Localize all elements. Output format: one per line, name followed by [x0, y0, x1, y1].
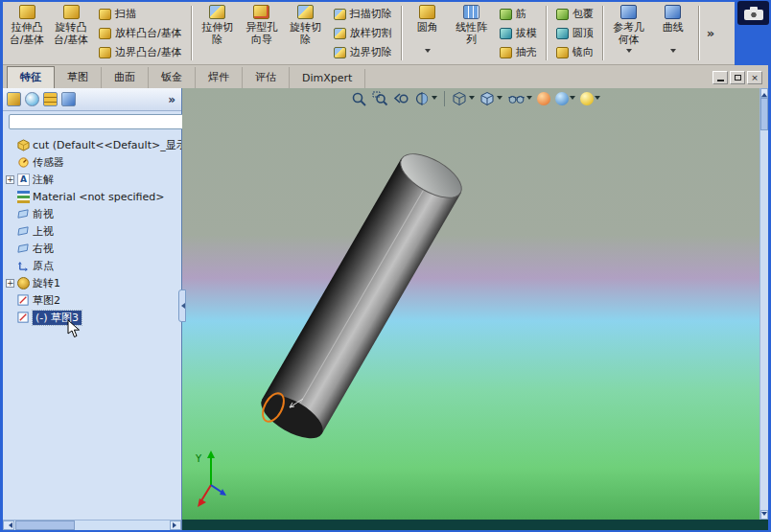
tab-surfaces[interactable]: 曲面: [102, 67, 149, 88]
dropdown-caret-icon[interactable]: [469, 96, 475, 103]
boundary-cut-button[interactable]: 边界切除: [330, 43, 396, 61]
tab-dimxpert[interactable]: DimXpert: [290, 69, 365, 88]
extrude-cut-button[interactable]: 拉伸切 除: [196, 3, 240, 63]
tree-filter-input[interactable]: [9, 114, 184, 129]
panel-horizontal-scrollbar[interactable]: [3, 520, 181, 530]
zoom-fit-icon[interactable]: [351, 91, 367, 106]
hide-show-items-icon[interactable]: [507, 91, 532, 106]
zoom-area-icon[interactable]: [372, 91, 388, 106]
panel-overflow-chevron[interactable]: »: [168, 93, 177, 106]
scroll-down-button[interactable]: [760, 510, 768, 520]
revolve-feature-icon: [17, 277, 30, 289]
sweep-cut-button[interactable]: 扫描切除: [330, 5, 396, 23]
shell-button[interactable]: 抽壳: [496, 43, 541, 61]
tab-sheet-metal[interactable]: 钣金: [149, 67, 196, 88]
loft-cut-button[interactable]: 放样切割: [330, 24, 396, 42]
graphics-area[interactable]: Y: [182, 88, 768, 520]
edit-appearance-icon[interactable]: [537, 92, 550, 105]
revolve-boss-button[interactable]: 旋转凸 台/基体: [49, 3, 93, 63]
expander-plus[interactable]: +: [6, 175, 14, 184]
revolve-cut-button[interactable]: 旋转切 除: [284, 3, 328, 63]
dropdown-caret-icon[interactable]: [570, 96, 575, 103]
apply-scene-icon[interactable]: [555, 92, 575, 105]
boss-stack: 扫描 放样凸台/基体 边界凸台/基体: [93, 3, 188, 63]
extrude-boss-button[interactable]: 拉伸凸 台/基体: [5, 3, 49, 63]
rib-stack: 筋 拔模 抽壳: [494, 3, 543, 63]
sweep-icon: [99, 9, 111, 20]
tab-features[interactable]: 特征: [7, 66, 55, 88]
button-label: 参考几: [613, 21, 644, 34]
reference-geometry-button[interactable]: 参考几 何体: [607, 3, 651, 63]
minimize-button[interactable]: [713, 71, 728, 84]
tree-item-part[interactable]: cut (Default<<Default>_显示: [3, 136, 181, 153]
rib-button[interactable]: 筋: [496, 5, 541, 23]
mirror-button[interactable]: 镜向: [552, 43, 597, 61]
dropdown-caret-icon[interactable]: [526, 96, 532, 103]
tree-filter-row: [3, 111, 181, 132]
tree-item-annotations[interactable]: + A 注解: [3, 171, 181, 188]
tree-item-sketch2[interactable]: 草图2: [3, 291, 181, 309]
dome-button[interactable]: 圆顶: [552, 24, 597, 42]
expander-plus[interactable]: +: [6, 279, 14, 288]
dimxpert-manager-tab-icon[interactable]: [61, 92, 76, 106]
restore-button[interactable]: [730, 71, 745, 84]
sweep-button[interactable]: 扫描: [95, 5, 186, 23]
linear-pattern-button[interactable]: 线性阵 列: [450, 3, 494, 63]
scrollbar-thumb[interactable]: [15, 520, 75, 530]
dropdown-caret-icon[interactable]: [626, 49, 632, 56]
tab-evaluate[interactable]: 评估: [243, 67, 290, 88]
triad-y-label: Y: [195, 453, 202, 464]
tree-item-origin[interactable]: 原点: [3, 257, 181, 274]
panel-collapse-tab[interactable]: [178, 289, 186, 322]
tree-item-sketch3-selected[interactable]: (-) 草图3: [3, 309, 181, 326]
button-label: 除: [212, 34, 222, 46]
dropdown-caret-icon[interactable]: [670, 49, 676, 56]
feature-manager-tab-icon[interactable]: [7, 92, 21, 106]
tab-weldments[interactable]: 焊件: [196, 67, 243, 88]
draft-button[interactable]: 拔模: [496, 24, 541, 42]
cylinder-model[interactable]: [262, 158, 460, 433]
dropdown-caret-icon[interactable]: [425, 49, 431, 56]
wrap-button[interactable]: 包覆: [552, 5, 597, 23]
button-label: 筋: [516, 7, 526, 21]
loft-button[interactable]: 放样凸台/基体: [95, 24, 186, 42]
mirror-icon: [556, 47, 569, 58]
screen-capture-button[interactable]: [737, 1, 769, 25]
dropdown-caret-icon[interactable]: [432, 96, 437, 103]
cylinder-top-face[interactable]: [393, 145, 469, 207]
tree-item-material[interactable]: Material <not specified>: [3, 188, 181, 205]
boundary-button[interactable]: 边界凸台/基体: [95, 43, 186, 61]
section-view-icon[interactable]: [414, 91, 437, 106]
ribbon-overflow-chevron[interactable]: »: [703, 26, 718, 40]
curves-button[interactable]: 曲线: [651, 3, 695, 63]
scroll-up-button[interactable]: [760, 88, 768, 98]
tree-item-right-plane[interactable]: 右视: [3, 240, 181, 257]
view-settings-icon[interactable]: [580, 92, 600, 105]
tree-item-front-plane[interactable]: 前视: [3, 205, 181, 222]
view-orientation-icon[interactable]: [452, 91, 475, 106]
tree-item-label: 传感器: [33, 155, 64, 170]
tree-item-sensors[interactable]: 传感器: [3, 153, 181, 171]
button-label: 扫描: [115, 7, 136, 21]
button-label: 包覆: [572, 7, 594, 21]
property-manager-tab-icon[interactable]: [25, 92, 39, 106]
close-button[interactable]: ×: [747, 71, 762, 84]
tab-sketch[interactable]: 草图: [55, 67, 102, 88]
hole-wizard-button[interactable]: 异型孔 向导: [240, 3, 284, 63]
fillet-button[interactable]: 圆角: [406, 3, 450, 63]
display-style-icon[interactable]: [479, 91, 502, 106]
viewport-vertical-scrollbar[interactable]: [759, 88, 768, 520]
button-label: 镜向: [572, 45, 594, 59]
scroll-left-button[interactable]: [3, 520, 14, 530]
previous-view-icon[interactable]: [393, 91, 409, 106]
tree-item-revolve1[interactable]: + 旋转1: [3, 274, 181, 291]
restore-icon: [735, 75, 741, 81]
dropdown-caret-icon[interactable]: [595, 96, 600, 103]
scrollbar-thumb[interactable]: [760, 98, 768, 130]
button-label: 台/基体: [54, 34, 89, 46]
dropdown-caret-icon[interactable]: [497, 96, 502, 103]
scroll-right-button[interactable]: [170, 520, 181, 530]
viewport-column: Y: [182, 88, 768, 530]
tree-item-top-plane[interactable]: 上视: [3, 222, 181, 240]
configuration-manager-tab-icon[interactable]: [43, 92, 58, 106]
